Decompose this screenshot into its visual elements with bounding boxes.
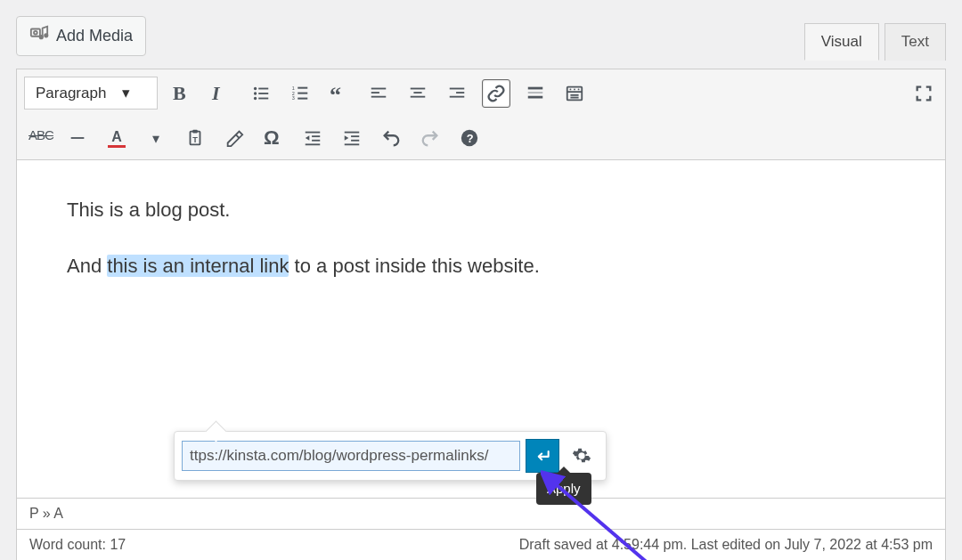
draft-status: Draft saved at 4:59:44 pm. Last edited o… xyxy=(519,537,933,553)
top-row: Add Media Visual Text xyxy=(16,16,946,61)
horizontal-rule-button[interactable] xyxy=(63,124,92,152)
p2-post: to a post inside this website. xyxy=(289,255,539,277)
chevron-down-icon: ▾ xyxy=(152,130,159,147)
mode-tabs: Visual Text xyxy=(804,23,946,61)
strikethrough-button[interactable]: ABC xyxy=(24,124,53,152)
svg-rect-40 xyxy=(306,132,321,134)
format-label: Paragraph xyxy=(36,85,106,102)
path-sep: » xyxy=(38,506,53,521)
link-editor-popup: Apply xyxy=(174,431,607,481)
svg-rect-9 xyxy=(258,97,268,99)
gear-icon xyxy=(572,446,591,466)
svg-rect-26 xyxy=(528,86,543,89)
align-center-button[interactable] xyxy=(404,79,432,108)
status-bar: Word count: 17 Draft saved at 4:59:44 pm… xyxy=(16,530,946,560)
svg-rect-27 xyxy=(528,92,543,93)
tab-text[interactable]: Text xyxy=(885,23,946,61)
svg-point-6 xyxy=(254,92,257,94)
svg-point-1 xyxy=(34,31,37,35)
svg-rect-45 xyxy=(351,135,359,137)
format-select[interactable]: Paragraph ▾ xyxy=(24,77,158,110)
svg-rect-13 xyxy=(298,92,307,93)
svg-rect-16 xyxy=(371,87,387,89)
paragraph-2[interactable]: And this is an internal link to a post i… xyxy=(67,250,895,281)
toolbar: Paragraph ▾ B I 123 “ xyxy=(16,69,946,160)
align-right-button[interactable] xyxy=(443,79,471,108)
svg-rect-17 xyxy=(371,92,379,93)
svg-rect-7 xyxy=(258,93,268,94)
bold-button[interactable]: B xyxy=(168,79,197,108)
add-media-button[interactable]: Add Media xyxy=(16,16,146,56)
link-button[interactable] xyxy=(482,79,510,108)
editor-wrap: Add Media Visual Text Paragraph ▾ B I 12… xyxy=(16,16,946,560)
undo-button[interactable] xyxy=(377,124,405,152)
svg-rect-20 xyxy=(411,87,426,89)
svg-rect-18 xyxy=(371,95,387,97)
numbered-list-button[interactable]: 123 xyxy=(286,79,314,108)
blockquote-button[interactable]: “ xyxy=(325,79,354,108)
text-color-dropdown[interactable]: ▾ xyxy=(142,124,170,152)
svg-text:T: T xyxy=(192,135,198,144)
tab-visual[interactable]: Visual xyxy=(804,23,879,61)
toolbar-row-2: ABC A ▾ T Ω xyxy=(17,117,945,159)
svg-rect-5 xyxy=(258,87,268,89)
content-area[interactable]: This is a blog post. And this is an inte… xyxy=(16,160,946,499)
svg-point-2 xyxy=(40,36,43,38)
fullscreen-button[interactable] xyxy=(909,79,938,108)
text-color-button[interactable]: A xyxy=(102,124,131,152)
bullet-list-button[interactable] xyxy=(247,79,275,108)
svg-rect-38 xyxy=(192,130,198,134)
svg-rect-46 xyxy=(351,140,359,142)
path-a[interactable]: A xyxy=(53,506,63,521)
svg-point-8 xyxy=(254,96,257,99)
svg-rect-0 xyxy=(31,29,40,37)
apply-tooltip: Apply xyxy=(536,473,591,505)
svg-rect-15 xyxy=(298,97,307,99)
svg-rect-11 xyxy=(298,86,307,88)
svg-rect-25 xyxy=(450,95,465,97)
svg-rect-24 xyxy=(456,92,464,93)
svg-rect-23 xyxy=(450,87,465,89)
svg-rect-47 xyxy=(345,143,360,145)
camera-music-icon xyxy=(29,24,49,48)
toolbar-row-1: Paragraph ▾ B I 123 “ xyxy=(17,69,945,117)
path-p[interactable]: P xyxy=(29,506,38,521)
link-settings-button[interactable] xyxy=(565,439,599,473)
svg-point-3 xyxy=(45,34,47,37)
clear-formatting-button[interactable] xyxy=(220,124,249,152)
chevron-down-icon: ▾ xyxy=(122,84,130,102)
link-url-input[interactable] xyxy=(182,441,520,471)
svg-text:?: ? xyxy=(467,132,474,145)
svg-rect-36 xyxy=(71,137,85,139)
redo-button[interactable] xyxy=(416,124,444,152)
svg-rect-22 xyxy=(411,95,426,97)
help-button[interactable]: ? xyxy=(455,124,484,152)
align-left-button[interactable] xyxy=(364,79,393,108)
read-more-button[interactable] xyxy=(521,79,550,108)
indent-button[interactable] xyxy=(338,124,366,152)
svg-point-4 xyxy=(254,86,257,89)
enter-arrow-icon xyxy=(534,447,551,465)
add-media-label: Add Media xyxy=(56,27,133,45)
selected-link-text[interactable]: this is an internal link xyxy=(107,255,289,277)
paste-text-button[interactable]: T xyxy=(181,124,209,152)
element-path: P » A xyxy=(16,499,946,530)
svg-rect-43 xyxy=(306,143,321,145)
paragraph-1[interactable]: This is a blog post. xyxy=(67,194,895,225)
svg-rect-21 xyxy=(413,92,421,93)
svg-rect-42 xyxy=(312,140,320,142)
toolbar-toggle-button[interactable] xyxy=(560,79,589,108)
apply-link-button[interactable] xyxy=(526,439,559,473)
special-character-button[interactable]: Ω xyxy=(259,124,288,152)
word-count: Word count: 17 xyxy=(29,537,126,553)
svg-rect-44 xyxy=(345,132,360,134)
svg-rect-41 xyxy=(312,135,320,137)
italic-button[interactable]: I xyxy=(208,79,236,108)
outdent-button[interactable] xyxy=(298,124,327,152)
svg-text:3: 3 xyxy=(292,95,295,101)
p2-pre: And xyxy=(67,255,107,277)
svg-rect-28 xyxy=(528,95,543,98)
